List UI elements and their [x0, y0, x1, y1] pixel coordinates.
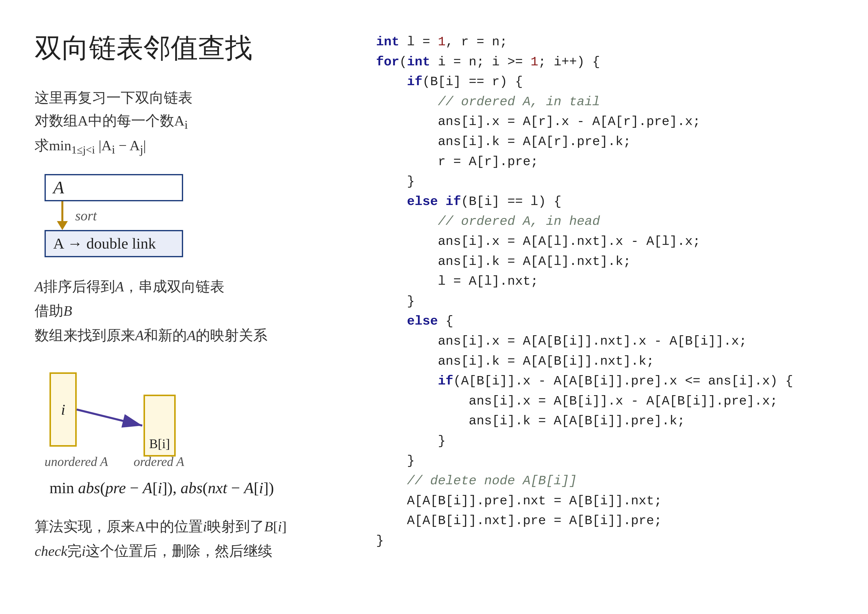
code-line-6: ans[i].k = A[A[r].pre].k;: [376, 134, 631, 149]
formula: min abs(pre − A[i]), abs(nxt − A[i]): [50, 479, 356, 497]
arrow-shaft: [61, 201, 64, 221]
sort-label: sort: [75, 208, 97, 224]
code-line-18: if(A[B[i]].x - A[A[B[i]].pre].x <= ans[i…: [376, 374, 793, 389]
desc-line2: 对数组A中的每一个数Ai: [35, 113, 188, 129]
code-line-25: A[A[B[i]].nxt].pre = A[B[i]].pre;: [376, 513, 662, 528]
mapping-arrow: [45, 362, 218, 466]
box-bi: B[i]: [144, 395, 176, 457]
mapping-diagram: i B[i] unordered A ordered A: [45, 362, 218, 466]
description-intro: 这里再复习一下双向链表 对数组A中的每一个数Ai 求min1≤j<i |Ai −…: [35, 86, 356, 159]
code-line-1: int l = 1, r = n;: [376, 35, 507, 49]
code-line-21: }: [376, 434, 446, 448]
code-line-3: if(B[i] == r) {: [376, 75, 523, 89]
desc-line3: 求min1≤j<i |Ai − Aj|: [35, 137, 146, 154]
formula-text: min abs(pre − A[i]), abs(nxt − A[i]): [50, 479, 274, 497]
code-line-15: else {: [376, 314, 453, 328]
code-line-10: // ordered A, in head: [376, 214, 600, 229]
sort-diagram: A sort A → double link: [45, 174, 356, 257]
code-line-14: }: [376, 294, 415, 309]
code-line-4: // ordered A, in tail: [376, 95, 600, 109]
label-ordered: ordered A: [133, 454, 184, 469]
code-line-12: ans[i].k = A[A[l].nxt].k;: [376, 254, 631, 269]
code-line-7: r = A[r].pre;: [376, 154, 538, 169]
code-block: int l = 1, r = n; for(int i = n; i >= 1;…: [376, 32, 833, 551]
box-b: A → double link: [45, 230, 183, 257]
code-line-17: ans[i].k = A[A[B[i]].nxt].k;: [376, 354, 654, 368]
right-panel: int l = 1, r = n; for(int i = n; i >= 1;…: [376, 30, 833, 584]
code-line-24: A[A[B[i]].pre].nxt = A[B[i]].nxt;: [376, 494, 662, 508]
page-title: 双向链表邻值查找: [35, 30, 356, 67]
code-line-20: ans[i].k = A[A[B[i]].pre].k;: [376, 414, 685, 428]
code-line-11: ans[i].x = A[A[l].nxt].x - A[l].x;: [376, 234, 701, 249]
formula-section: min abs(pre − A[i]), abs(nxt − A[i]): [50, 479, 356, 497]
code-line-5: ans[i].x = A[r].x - A[A[r].pre].x;: [376, 114, 701, 129]
code-line-2: for(int i = n; i >= 1; i++) {: [376, 55, 600, 69]
svg-line-1: [77, 409, 142, 426]
page-container: 双向链表邻值查找 这里再复习一下双向链表 对数组A中的每一个数Ai 求min1≤…: [0, 0, 868, 614]
left-panel: 双向链表邻值查找 这里再复习一下双向链表 对数组A中的每一个数Ai 求min1≤…: [35, 30, 356, 584]
label-unordered: unordered A: [45, 454, 108, 469]
box-a-label: A: [53, 177, 64, 198]
algo-impl-line2: check完i这个位置后，删除，然后继续: [35, 543, 272, 559]
description-algo: A排序后得到A，串成双向链表 借助B 数组来找到原来A和新的A的映射关系: [35, 275, 356, 348]
code-line-16: ans[i].x = A[A[B[i]].nxt].x - A[B[i]].x;: [376, 334, 747, 348]
code-line-13: l = A[l].nxt;: [376, 274, 538, 289]
code-line-26: }: [376, 533, 384, 548]
code-line-22: }: [376, 454, 415, 468]
arrow-head: [57, 221, 68, 230]
code-line-9: else if(B[i] == l) {: [376, 194, 561, 209]
algo-line3: 数组来找到原来A和新的A的映射关系: [35, 327, 268, 344]
code-line-19: ans[i].x = A[B[i]].x - A[A[B[i]].pre].x;: [376, 394, 778, 409]
algo-impl: 算法实现，原来A中的位置i映射到了B[i] check完i这个位置后，删除，然后…: [35, 515, 356, 563]
down-arrow: [57, 201, 68, 230]
code-line-8: }: [376, 174, 415, 189]
code-line-23: // delete node A[B[i]]: [376, 474, 577, 488]
box-b-label: A → double link: [53, 235, 156, 252]
algo-impl-line1: 算法实现，原来A中的位置i映射到了B[i]: [35, 518, 287, 535]
desc-line1: 这里再复习一下双向链表: [35, 90, 192, 106]
box-a: A: [45, 174, 183, 201]
algo-line2: 借助B: [35, 303, 72, 319]
algo-line1: A排序后得到A，串成双向链表: [35, 278, 225, 295]
